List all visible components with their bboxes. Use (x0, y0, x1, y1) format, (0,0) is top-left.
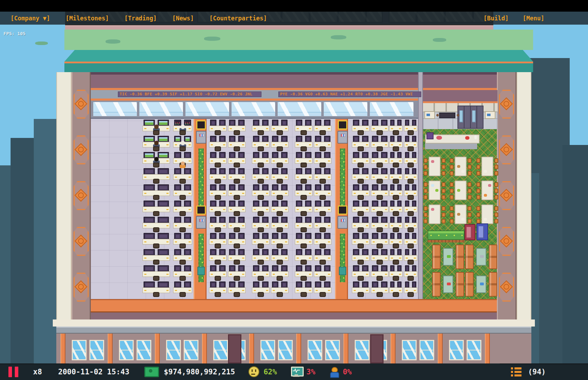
drawer-handle (144, 274, 146, 275)
monitor-screen (413, 137, 415, 141)
monitor-screen (145, 186, 153, 190)
pause-button[interactable] (8, 367, 18, 377)
drawer-handle (399, 128, 401, 129)
floor-sign (196, 205, 206, 215)
office-chair (179, 195, 186, 200)
monitor-screen (145, 283, 153, 287)
drawer-handle (189, 209, 191, 210)
monitor-screen (392, 137, 393, 141)
monitor-screen (264, 267, 267, 271)
monitor-chart-icon[interactable] (291, 367, 302, 377)
drawer-handle (175, 144, 177, 145)
trader-desk (314, 249, 331, 265)
drawer-handle (242, 144, 244, 145)
trader-desk (314, 281, 331, 298)
office-chair (407, 195, 414, 200)
menu-item-counterparties[interactable]: [Counterparties] (209, 15, 267, 22)
monitor-screen (316, 267, 320, 271)
trader-desk (143, 281, 170, 298)
office-chair (215, 260, 221, 265)
office-chair (234, 243, 240, 248)
trader-desk (295, 233, 312, 249)
menu-item-menu[interactable]: [Menu] (523, 15, 544, 22)
facade-window (449, 340, 464, 360)
notification-count[interactable]: (94) (528, 368, 546, 376)
office-chair (153, 130, 159, 135)
game-viewport[interactable]: TIC -0.36 BFE +0.39 SIF +1.17 SIO -0.72 … (0, 0, 588, 380)
dining-chair (468, 158, 472, 163)
employee-icon[interactable] (329, 367, 339, 377)
menu-item-milestones[interactable]: [Milestones] (66, 15, 109, 22)
floor-slab (91, 299, 497, 312)
office-chair (153, 211, 159, 216)
building-wall-left (56, 72, 71, 327)
drawer-handle (285, 274, 287, 275)
drawer-handle (391, 177, 393, 178)
money-value[interactable]: $974,980,992,215 (164, 368, 235, 376)
trader-desk (143, 249, 170, 265)
base-band (91, 312, 497, 319)
monitor-screen (230, 121, 234, 125)
dining-chair (468, 195, 472, 200)
office-chair (234, 195, 240, 200)
monitor-screen (145, 267, 153, 271)
trader-desk (404, 249, 417, 265)
office-chair (320, 292, 326, 297)
grass-patch (35, 42, 48, 45)
trader-desk (352, 168, 369, 184)
drawer-handle (285, 225, 287, 226)
monitor-base (293, 376, 299, 377)
drawer-handle (316, 144, 318, 145)
monitor-screen (159, 234, 167, 238)
monitor-screen (254, 251, 258, 254)
drawer-handle (373, 193, 375, 194)
menu-item-build[interactable]: [Build] (483, 15, 509, 22)
monitor-screen (392, 234, 393, 238)
office-chair (301, 146, 307, 151)
drawer-handle (297, 241, 299, 242)
trader-desk (252, 217, 270, 233)
monitor-screen (354, 186, 358, 190)
office-chair (215, 195, 221, 200)
dining-chair (424, 171, 428, 176)
monitor-screen (273, 251, 277, 254)
dining-chair (450, 171, 454, 176)
drawer-handle (316, 209, 318, 210)
trader-desk (314, 265, 331, 281)
monitor-screen (185, 251, 190, 254)
company-building[interactable] (0, 0, 588, 380)
food-item (436, 136, 442, 140)
monitor-screen (406, 267, 408, 271)
elevator-display (341, 134, 346, 137)
monitor-screen (273, 218, 277, 222)
drawer-handle (399, 193, 401, 194)
trader-desk (314, 201, 331, 217)
list-icon[interactable] (511, 367, 521, 376)
monitor-screen (325, 234, 329, 238)
menu-item-company[interactable]: [Company ▼] (11, 15, 50, 22)
monitor-screen (413, 267, 415, 271)
dining-chair (468, 206, 472, 211)
game-speed[interactable]: x8 (33, 368, 42, 376)
monitor-screen (145, 218, 153, 222)
roof-slope (64, 50, 533, 62)
monitor-screen (240, 186, 243, 190)
drawer-handle (242, 177, 244, 178)
trader-desk (352, 265, 369, 281)
drawer-handle (373, 209, 375, 210)
office-chair (153, 276, 159, 281)
office-chair (234, 292, 240, 297)
monitor-screen (297, 267, 301, 271)
monitor-screen (413, 218, 415, 222)
monitor-screen (406, 121, 408, 125)
office-chair (358, 260, 364, 265)
menu-item-news[interactable]: [News] (172, 15, 194, 22)
monitor-screen (264, 283, 267, 287)
smiley-face-icon[interactable] (248, 366, 259, 377)
office-chair (320, 130, 326, 135)
office-chair (258, 130, 264, 135)
dining-chair (424, 189, 428, 193)
menu-item-trading[interactable]: [Trading] (124, 15, 157, 22)
office-chair (277, 227, 283, 232)
trader-desk (295, 184, 312, 201)
